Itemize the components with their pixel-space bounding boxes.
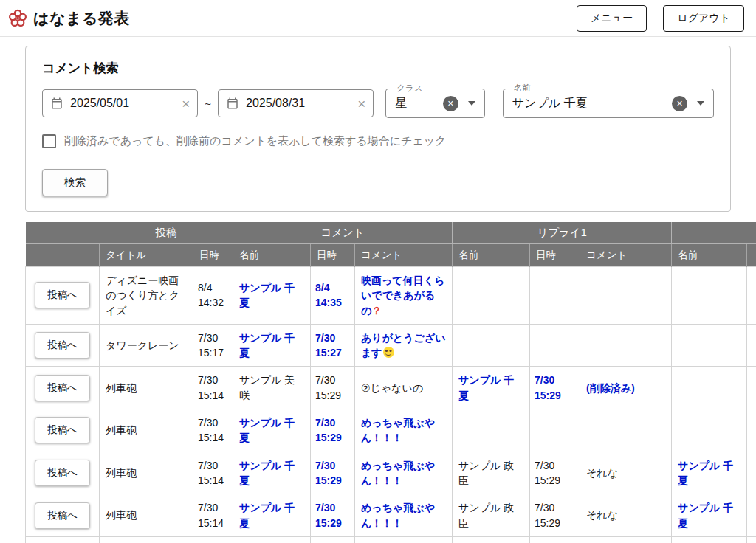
comment-name-cell: サンプル 千夏 bbox=[233, 267, 311, 325]
class-select[interactable]: クラス 星 × bbox=[385, 89, 484, 118]
clear-date-from-icon[interactable]: × bbox=[182, 97, 190, 111]
post-datetime-cell: 7/30 15:14 bbox=[193, 494, 233, 537]
post-title-cell: 列車砲 bbox=[100, 452, 193, 494]
col-header-reply2-name: 名前 bbox=[672, 244, 747, 267]
table-header: 投稿 コメント リプライ1 タイトル 日時 名前 日時 コメント 名前 日時 コ… bbox=[26, 222, 756, 267]
reply1-name-cell bbox=[453, 324, 530, 367]
reply1-datetime-cell bbox=[530, 536, 580, 543]
post-link-cell: 投稿へ bbox=[26, 367, 100, 409]
post-datetime-cell: 7/30 15:14 bbox=[193, 367, 233, 409]
reply1-text-cell: それな bbox=[580, 494, 672, 537]
comment-text-cell: 分からない人もいるから、絵文字むやみにつかったらだめだよ bbox=[355, 536, 453, 543]
comment-text-cell: ②じゃないの bbox=[355, 367, 453, 409]
reply2-name-cell: サンプル 千夏 bbox=[672, 452, 747, 494]
table-group-header-row: 投稿 コメント リプライ1 bbox=[26, 222, 756, 244]
logout-button[interactable]: ログアウト bbox=[663, 5, 744, 32]
reply2-extra-cell bbox=[747, 267, 756, 325]
calendar-icon[interactable] bbox=[50, 97, 63, 110]
col-header-empty bbox=[26, 244, 100, 267]
comment-datetime-cell: 8/4 14:35 bbox=[311, 267, 355, 325]
search-filters: 2025/05/01 × ~ 2025/08/31 × クラス 星 × 名前 サ… bbox=[42, 89, 714, 118]
name-select-label: 名前 bbox=[510, 83, 535, 94]
go-to-post-button[interactable]: 投稿へ bbox=[35, 502, 90, 529]
group-header-comment: コメント bbox=[233, 222, 453, 244]
comments-table: 投稿 コメント リプライ1 タイトル 日時 名前 日時 コメント 名前 日時 コ… bbox=[25, 222, 756, 543]
comment-datetime-cell: 7/30 15:27 bbox=[311, 324, 355, 367]
brand: はなまる発表 bbox=[7, 8, 130, 29]
reply1-datetime-cell: 7/30 15:29 bbox=[530, 494, 580, 537]
col-header-comment-name: 名前 bbox=[233, 244, 311, 267]
post-link-cell: 投稿へ bbox=[26, 409, 100, 452]
comment-row: 投稿へ列車砲7/30 15:14サンプル 千夏7/30 15:29めっちゃ飛ぶや… bbox=[26, 494, 756, 537]
post-title-cell: 列車砲 bbox=[100, 494, 193, 537]
reply1-text-cell bbox=[580, 409, 672, 452]
post-datetime-cell: 8/4 14:32 bbox=[193, 267, 233, 325]
date-to-field[interactable]: 2025/08/31 × bbox=[218, 89, 374, 117]
group-header-reply2 bbox=[672, 222, 756, 244]
post-link-cell: 投稿へ bbox=[26, 452, 100, 494]
comment-name-cell: サンプル 千夏 bbox=[233, 409, 311, 452]
col-header-reply1-datetime: 日時 bbox=[530, 244, 580, 267]
reply2-extra-cell bbox=[747, 324, 756, 367]
comment-datetime-cell: 7/30 15:20 bbox=[311, 536, 355, 543]
reply2-name-cell bbox=[672, 267, 747, 325]
menu-button[interactable]: メニュー bbox=[577, 5, 647, 32]
include-deleted-checkbox[interactable] bbox=[42, 134, 56, 148]
post-title-cell: タワークレーン bbox=[100, 324, 193, 367]
include-deleted-checkbox-row[interactable]: 削除済みであっても、削除前のコメントを表示して検索する場合にチェック bbox=[42, 134, 446, 148]
clear-name-icon[interactable]: × bbox=[672, 96, 687, 111]
col-header-comment-datetime: 日時 bbox=[311, 244, 355, 267]
comment-row: 投稿へ列車砲7/30 15:14サンプル 千夏7/30 15:29めっちゃ飛ぶや… bbox=[26, 409, 756, 452]
name-select-value: サンプル 千夏 bbox=[512, 96, 588, 111]
comment-text-cell: 映画って何日くらいでできあがるの？ bbox=[355, 267, 453, 325]
reply2-extra-cell bbox=[747, 367, 756, 409]
search-button[interactable]: 検索 bbox=[42, 169, 108, 196]
go-to-post-button[interactable]: 投稿へ bbox=[35, 417, 90, 443]
app-header: はなまる発表 メニュー ログアウト bbox=[0, 0, 756, 37]
col-header-reply2-extra bbox=[747, 244, 756, 267]
comment-text-cell: ありがとうございます bbox=[355, 324, 453, 367]
post-title-cell: ディズニー映画のつくり方とクイズ bbox=[100, 267, 193, 325]
reply2-extra-cell bbox=[747, 494, 756, 537]
reply1-name-cell: サンプル 千夏 bbox=[453, 367, 530, 409]
class-select-value: 星 bbox=[395, 96, 407, 111]
app-title: はなまる発表 bbox=[33, 8, 130, 29]
col-header-reply1-text: コメント bbox=[580, 244, 672, 267]
go-to-post-button[interactable]: 投稿へ bbox=[35, 460, 90, 486]
comment-name-cell: サンプル 美咲 bbox=[233, 367, 311, 409]
col-header-reply1-name: 名前 bbox=[453, 244, 530, 267]
table-column-header-row: タイトル 日時 名前 日時 コメント 名前 日時 コメント 名前 bbox=[26, 244, 756, 267]
flower-logo-icon bbox=[7, 8, 28, 29]
dropdown-arrow-icon[interactable] bbox=[468, 101, 475, 106]
go-to-post-button[interactable]: 投稿へ bbox=[35, 332, 90, 359]
name-select[interactable]: 名前 サンプル 千夏 × bbox=[503, 89, 714, 118]
comment-row: 投稿へ列車砲7/30 15:14サンプル 美咲7/30 15:29②じゃないのサ… bbox=[26, 367, 756, 409]
clear-class-icon[interactable]: × bbox=[443, 96, 458, 111]
date-from-field[interactable]: 2025/05/01 × bbox=[42, 89, 198, 117]
reply1-name-cell bbox=[453, 536, 530, 543]
smile-emoji bbox=[383, 347, 394, 358]
reply1-name-cell: サンプル 政臣 bbox=[453, 494, 530, 537]
reply1-datetime-cell bbox=[530, 267, 580, 325]
comment-datetime-cell: 7/30 15:29 bbox=[311, 452, 355, 494]
post-datetime-cell: 7/30 15:17 bbox=[193, 324, 233, 367]
comment-name-cell: サンプル 千夏 bbox=[233, 494, 311, 537]
post-datetime-cell: 7/30 15:14 bbox=[193, 536, 233, 543]
go-to-post-button[interactable]: 投稿へ bbox=[35, 375, 90, 401]
dropdown-arrow-icon[interactable] bbox=[697, 101, 704, 106]
reply2-name-cell bbox=[672, 409, 747, 452]
comments-table-body: 投稿へディズニー映画のつくり方とクイズ8/4 14:32サンプル 千夏8/4 1… bbox=[26, 267, 756, 543]
main-content: コメント検索 2025/05/01 × ~ 2025/08/31 × クラス 星 bbox=[0, 37, 756, 543]
reply1-name-cell bbox=[453, 409, 530, 452]
group-header-reply1: リプライ1 bbox=[453, 222, 672, 244]
reply2-extra-cell bbox=[747, 536, 756, 543]
group-header-empty bbox=[26, 222, 100, 244]
go-to-post-button[interactable]: 投稿へ bbox=[35, 282, 90, 308]
comment-search-panel: コメント検索 2025/05/01 × ~ 2025/08/31 × クラス 星 bbox=[25, 46, 731, 212]
post-link-cell: 投稿へ bbox=[26, 267, 100, 325]
comment-row: 投稿へ国際日付変更線7/30 15:14サンプル 千夏7/30 15:20分から… bbox=[26, 536, 756, 543]
clear-date-to-icon[interactable]: × bbox=[357, 97, 365, 111]
reply1-text-cell: それな bbox=[580, 452, 672, 494]
calendar-icon[interactable] bbox=[226, 97, 239, 110]
include-deleted-checkbox-label: 削除済みであっても、削除前のコメントを表示して検索する場合にチェック bbox=[64, 134, 446, 148]
